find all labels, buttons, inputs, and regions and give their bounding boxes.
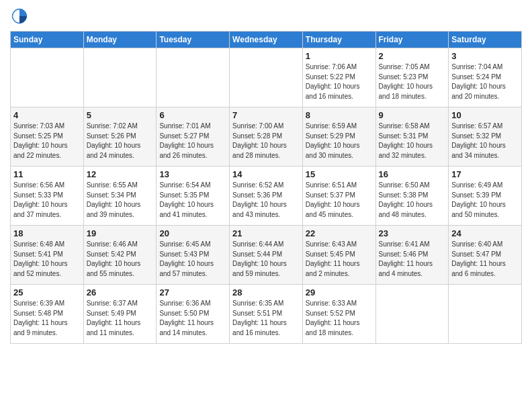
day-info: Sunrise: 6:49 AM Sunset: 5:39 PM Dayligh… [451,181,519,220]
day-number: 17 [451,169,519,179]
day-info: Sunrise: 6:43 AM Sunset: 5:45 PM Dayligh… [306,240,373,279]
day-info: Sunrise: 6:45 AM Sunset: 5:43 PM Dayligh… [159,240,226,279]
day-info: Sunrise: 7:05 AM Sunset: 5:23 PM Dayligh… [379,62,446,101]
day-number: 9 [379,110,446,120]
day-cell: 27Sunrise: 6:36 AM Sunset: 5:50 PM Dayli… [157,285,230,344]
day-cell: 21Sunrise: 6:44 AM Sunset: 5:44 PM Dayli… [230,226,303,285]
day-info: Sunrise: 7:03 AM Sunset: 5:25 PM Dayligh… [13,122,81,161]
week-row-2: 11Sunrise: 6:56 AM Sunset: 5:33 PM Dayli… [11,167,522,226]
day-cell: 17Sunrise: 6:49 AM Sunset: 5:39 PM Dayli… [449,167,522,226]
day-cell: 15Sunrise: 6:51 AM Sunset: 5:37 PM Dayli… [302,167,375,226]
day-info: Sunrise: 7:04 AM Sunset: 5:24 PM Dayligh… [451,62,519,101]
day-cell: 16Sunrise: 6:50 AM Sunset: 5:38 PM Dayli… [375,167,449,226]
day-cell: 29Sunrise: 6:33 AM Sunset: 5:52 PM Dayli… [302,285,375,344]
day-cell: 25Sunrise: 6:39 AM Sunset: 5:48 PM Dayli… [11,285,84,344]
day-number: 22 [306,228,373,238]
day-info: Sunrise: 6:35 AM Sunset: 5:51 PM Dayligh… [232,299,300,338]
week-row-4: 25Sunrise: 6:39 AM Sunset: 5:48 PM Dayli… [11,285,522,344]
week-row-1: 4Sunrise: 7:03 AM Sunset: 5:25 PM Daylig… [11,107,522,167]
day-cell [230,48,303,107]
day-cell: 1Sunrise: 7:06 AM Sunset: 5:22 PM Daylig… [302,48,375,107]
day-cell: 3Sunrise: 7:04 AM Sunset: 5:24 PM Daylig… [449,48,522,107]
day-info: Sunrise: 6:55 AM Sunset: 5:34 PM Dayligh… [87,181,154,220]
day-cell: 7Sunrise: 7:00 AM Sunset: 5:28 PM Daylig… [230,107,303,167]
day-cell: 4Sunrise: 7:03 AM Sunset: 5:25 PM Daylig… [11,107,84,167]
day-cell: 18Sunrise: 6:48 AM Sunset: 5:41 PM Dayli… [11,226,84,285]
day-info: Sunrise: 6:57 AM Sunset: 5:32 PM Dayligh… [451,122,519,161]
header-cell-wednesday: Wednesday [230,32,303,48]
day-number: 11 [13,169,81,179]
day-cell: 8Sunrise: 6:59 AM Sunset: 5:29 PM Daylig… [302,107,375,167]
day-info: Sunrise: 7:01 AM Sunset: 5:27 PM Dayligh… [159,122,226,161]
calendar-container: SundayMondayTuesdayWednesdayThursdayFrid… [0,0,532,347]
day-info: Sunrise: 6:44 AM Sunset: 5:44 PM Dayligh… [232,240,300,279]
day-cell: 5Sunrise: 7:02 AM Sunset: 5:26 PM Daylig… [83,107,157,167]
day-cell: 6Sunrise: 7:01 AM Sunset: 5:27 PM Daylig… [157,107,230,167]
day-info: Sunrise: 6:56 AM Sunset: 5:33 PM Dayligh… [13,181,81,220]
day-info: Sunrise: 7:02 AM Sunset: 5:26 PM Dayligh… [87,122,154,161]
day-number: 25 [13,287,81,298]
day-cell: 23Sunrise: 6:41 AM Sunset: 5:46 PM Dayli… [375,226,449,285]
day-number: 4 [13,110,81,120]
day-cell: 28Sunrise: 6:35 AM Sunset: 5:51 PM Dayli… [230,285,303,344]
day-info: Sunrise: 6:48 AM Sunset: 5:41 PM Dayligh… [13,240,81,279]
day-cell: 22Sunrise: 6:43 AM Sunset: 5:45 PM Dayli… [302,226,375,285]
day-info: Sunrise: 6:58 AM Sunset: 5:31 PM Dayligh… [379,122,446,161]
day-info: Sunrise: 6:46 AM Sunset: 5:42 PM Dayligh… [87,240,154,279]
day-number: 28 [232,287,300,298]
day-number: 5 [87,110,154,120]
header [10,7,522,26]
day-number: 13 [159,169,226,179]
day-info: Sunrise: 7:00 AM Sunset: 5:28 PM Dayligh… [232,122,300,161]
day-number: 29 [306,287,373,298]
day-number: 19 [87,228,154,238]
header-cell-sunday: Sunday [11,32,84,48]
day-cell: 13Sunrise: 6:54 AM Sunset: 5:35 PM Dayli… [157,167,230,226]
header-cell-friday: Friday [375,32,449,48]
day-cell: 14Sunrise: 6:52 AM Sunset: 5:36 PM Dayli… [230,167,303,226]
day-cell: 19Sunrise: 6:46 AM Sunset: 5:42 PM Dayli… [83,226,157,285]
calendar-table: SundayMondayTuesdayWednesdayThursdayFrid… [10,31,522,344]
day-number: 18 [13,228,81,238]
header-cell-saturday: Saturday [449,32,522,48]
day-number: 21 [232,228,300,238]
day-number: 3 [451,51,519,61]
day-number: 16 [379,169,446,179]
day-cell: 12Sunrise: 6:55 AM Sunset: 5:34 PM Dayli… [83,167,157,226]
day-number: 10 [451,110,519,120]
day-info: Sunrise: 6:54 AM Sunset: 5:35 PM Dayligh… [159,181,226,220]
day-number: 2 [379,51,446,61]
day-info: Sunrise: 6:40 AM Sunset: 5:47 PM Dayligh… [451,240,519,279]
day-number: 1 [306,51,373,61]
day-cell: 20Sunrise: 6:45 AM Sunset: 5:43 PM Dayli… [157,226,230,285]
logo [10,7,32,26]
day-number: 26 [87,287,154,298]
day-info: Sunrise: 6:59 AM Sunset: 5:29 PM Dayligh… [306,122,373,161]
day-cell: 11Sunrise: 6:56 AM Sunset: 5:33 PM Dayli… [11,167,84,226]
day-info: Sunrise: 6:51 AM Sunset: 5:37 PM Dayligh… [306,181,373,220]
calendar-header: SundayMondayTuesdayWednesdayThursdayFrid… [11,32,522,48]
day-number: 14 [232,169,300,179]
day-info: Sunrise: 6:50 AM Sunset: 5:38 PM Dayligh… [379,181,446,220]
day-number: 20 [159,228,226,238]
day-info: Sunrise: 6:36 AM Sunset: 5:50 PM Dayligh… [159,299,226,338]
day-cell [11,48,84,107]
day-number: 27 [159,287,226,298]
day-cell: 2Sunrise: 7:05 AM Sunset: 5:23 PM Daylig… [375,48,449,107]
day-cell: 10Sunrise: 6:57 AM Sunset: 5:32 PM Dayli… [449,107,522,167]
day-cell: 26Sunrise: 6:37 AM Sunset: 5:49 PM Dayli… [83,285,157,344]
day-cell: 24Sunrise: 6:40 AM Sunset: 5:47 PM Dayli… [449,226,522,285]
day-cell [83,48,157,107]
day-number: 12 [87,169,154,179]
day-info: Sunrise: 7:06 AM Sunset: 5:22 PM Dayligh… [306,62,373,101]
week-row-0: 1Sunrise: 7:06 AM Sunset: 5:22 PM Daylig… [11,48,522,107]
day-number: 23 [379,228,446,238]
day-info: Sunrise: 6:37 AM Sunset: 5:49 PM Dayligh… [87,299,154,338]
header-cell-thursday: Thursday [302,32,375,48]
header-cell-tuesday: Tuesday [157,32,230,48]
week-row-3: 18Sunrise: 6:48 AM Sunset: 5:41 PM Dayli… [11,226,522,285]
day-info: Sunrise: 6:33 AM Sunset: 5:52 PM Dayligh… [306,299,373,338]
day-info: Sunrise: 6:41 AM Sunset: 5:46 PM Dayligh… [379,240,446,279]
day-cell [375,285,449,344]
day-number: 8 [306,110,373,120]
